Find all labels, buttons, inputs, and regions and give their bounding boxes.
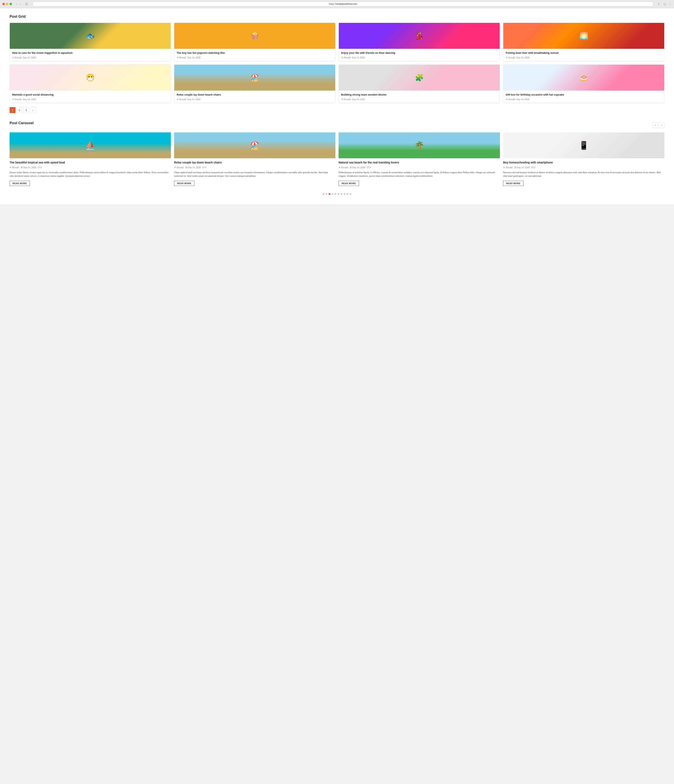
post-card-image-2: 🍿 — [174, 23, 335, 49]
share-button[interactable]: ⇧ — [657, 2, 661, 6]
post-card-body-2: The boy has fun popcorn watching film Ro… — [174, 49, 335, 61]
carousel-dot-7[interactable] — [341, 193, 342, 195]
comment-icon — [367, 166, 369, 168]
pagination-next-button[interactable]: › — [30, 107, 36, 113]
post-card-image-4: 🌅 — [503, 23, 664, 49]
carousel-meta-1: Ronald Sep 14, 2020 0 — [9, 166, 171, 169]
post-card-5[interactable]: 😷 Maintain a good social distancing Rona… — [9, 64, 171, 103]
post-grid: 🐟 How to care for the clown triggerfish … — [9, 23, 665, 103]
carousel-comments-3: 0 — [367, 166, 370, 169]
post-meta-1: Ronald Sep 14, 2020 — [12, 56, 168, 59]
post-card-8[interactable]: 🎂 Gift box for birthday occasion with ha… — [503, 64, 665, 103]
post-card-body-4: Fishing boat river with breathtaking sun… — [503, 49, 664, 61]
carousel-prev-button[interactable]: ‹ — [652, 123, 658, 128]
post-card-title-5: Maintain a good social distancing — [12, 93, 168, 96]
browser-action-buttons: ⇧ ◻ ⁝ — [657, 2, 672, 6]
user-icon — [12, 98, 14, 100]
user-icon — [341, 98, 343, 100]
carousel-card-1: ⛵ The beautiful tropical sea with speed … — [9, 132, 171, 188]
carousel-card-title-1: The beautiful tropical sea with speed bo… — [9, 161, 171, 165]
carousel-date-2: Sep 14, 2020 — [185, 166, 201, 169]
post-card-3[interactable]: 💃 Enjoy your life with friends on floor … — [339, 23, 500, 61]
post-author-5: Ronald — [12, 98, 22, 101]
carousel-dot-10[interactable] — [350, 193, 351, 195]
post-card-1[interactable]: 🐟 How to care for the clown triggerfish … — [9, 23, 171, 61]
carousel-next-button[interactable]: › — [659, 123, 665, 128]
carousel-dot-8[interactable] — [344, 193, 346, 195]
post-card-title-8: Gift box for birthday occasion with hat … — [506, 93, 662, 96]
post-carousel-section: Post Carousel ‹ › ⛵ The beautiful tropic… — [9, 121, 665, 195]
page-button-2[interactable]: 2 — [16, 107, 22, 113]
post-date-5: Sep 14, 2020 — [23, 98, 36, 101]
carousel-meta-3: Ronald Sep 14, 2020 0 — [339, 166, 500, 169]
user-icon — [506, 56, 508, 59]
sidebar-toggle-button[interactable]: ☰ — [24, 2, 30, 6]
carousel-dot-9[interactable] — [347, 193, 348, 195]
user-icon — [503, 166, 505, 168]
user-icon — [177, 56, 179, 59]
post-card-2[interactable]: 🍿 The boy has fun popcorn watching film … — [174, 23, 335, 61]
post-card-title-1: How to care for the clown triggerfish in… — [12, 51, 168, 55]
post-date-4: Sep 14, 2020 — [517, 56, 529, 59]
page-button-1[interactable]: 1 — [9, 107, 16, 113]
post-card-title-3: Enjoy your life with friends on floor da… — [341, 51, 497, 55]
minimize-button[interactable] — [6, 3, 8, 5]
forward-button[interactable]: › — [19, 2, 22, 6]
maximize-button[interactable] — [9, 3, 12, 5]
carousel-card-image-4: 📱 — [503, 132, 665, 158]
carousel-card-image-2: 🏖️ — [174, 132, 335, 158]
carousel-meta-4: Ronald Sep 14, 2020 0 — [503, 166, 665, 169]
svg-rect-19 — [350, 167, 352, 168]
carousel-author-1: Ronald — [9, 166, 19, 169]
carousel-dot-5[interactable] — [335, 193, 336, 195]
post-card-7[interactable]: 🧩 Building strong team wooden blocks Ron… — [339, 64, 500, 103]
post-meta-6: Ronald Sep 14, 2020 — [177, 98, 333, 101]
post-card-4[interactable]: 🌅 Fishing boat river with breathtaking s… — [503, 23, 665, 61]
carousel-author-4: Ronald — [503, 166, 513, 169]
post-meta-8: Ronald Sep 14, 2020 — [506, 98, 662, 101]
carousel-card-3: 🌴 Natural sea beach for the real traveli… — [339, 132, 500, 188]
post-card-body-8: Gift box for birthday occasion with hat … — [503, 90, 664, 103]
read-more-button-3[interactable]: READ MORE — [339, 181, 359, 186]
read-more-button-1[interactable]: READ MORE — [9, 181, 30, 186]
extensions-button[interactable]: ⁝ — [668, 2, 672, 6]
post-author-7: Ronald — [341, 98, 351, 101]
post-author-6: Ronald — [177, 98, 186, 101]
svg-rect-14 — [185, 167, 187, 168]
user-icon — [12, 56, 14, 59]
svg-rect-24 — [514, 167, 516, 168]
carousel-author-3: Ronald — [339, 166, 348, 169]
close-button[interactable] — [2, 3, 5, 5]
post-card-image-7: 🧩 — [339, 65, 500, 90]
page-button-3[interactable]: 3 — [23, 107, 29, 113]
carousel-dot-4[interactable] — [332, 193, 333, 195]
read-more-button-2[interactable]: READ MORE — [174, 181, 195, 186]
post-date-8: Sep 14, 2020 — [517, 98, 529, 101]
carousel-dot-6[interactable] — [338, 193, 339, 195]
user-icon — [177, 98, 179, 100]
comment-icon — [531, 166, 533, 168]
post-card-body-3: Enjoy your life with friends on floor da… — [339, 49, 500, 61]
carousel-dot-3[interactable] — [328, 193, 330, 195]
calendar-icon — [21, 166, 23, 168]
page-content: Post Grid 🐟 How to care for the clown tr… — [0, 8, 674, 204]
traffic-lights — [2, 3, 12, 5]
carousel-card-body-1: The beautiful tropical sea with speed bo… — [9, 158, 171, 188]
post-card-title-6: Relax couple lay down beach chairs — [177, 93, 333, 96]
post-card-body-1: How to care for the clown triggerfish in… — [10, 49, 171, 61]
carousel-card-title-2: Relax couple lay down beach chairs — [174, 161, 335, 165]
carousel-dot-2[interactable] — [326, 193, 327, 195]
carousel-author-2: Ronald — [174, 166, 184, 169]
address-bar[interactable]: https://smartpostshow.com — [33, 2, 653, 6]
carousel-dot-1[interactable] — [323, 193, 324, 195]
back-button[interactable]: ‹ — [15, 2, 19, 6]
post-card-title-2: The boy has fun popcorn watching film — [177, 51, 333, 55]
post-card-title-7: Building strong team wooden blocks — [341, 93, 497, 96]
post-meta-4: Ronald Sep 14, 2020 — [506, 56, 662, 59]
browser-nav-buttons: ‹ › — [15, 2, 22, 6]
post-card-6[interactable]: 🏖️ Relax couple lay down beach chairs Ro… — [174, 64, 335, 103]
carousel-date-4: Sep 14, 2020 — [514, 166, 530, 169]
post-card-body-6: Relax couple lay down beach chairs Ronal… — [174, 90, 335, 103]
read-more-button-4[interactable]: READ MORE — [503, 181, 523, 186]
new-tab-button[interactable]: ◻ — [662, 2, 667, 6]
